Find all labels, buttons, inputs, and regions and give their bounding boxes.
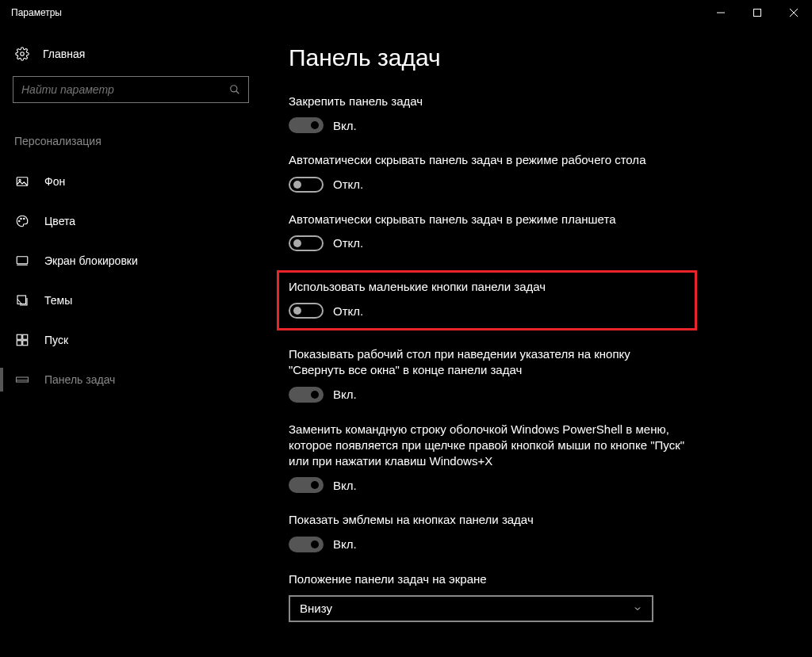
titlebar: Параметры <box>0 0 812 25</box>
search-icon <box>229 84 240 95</box>
toggle-row: Откл. <box>289 303 685 319</box>
sidebar-item-lockscreen[interactable]: Экран блокировки <box>13 241 249 281</box>
setting-label: Автоматически скрывать панель задач в ре… <box>289 152 685 168</box>
svg-point-11 <box>24 218 25 220</box>
toggle-state-label: Вкл. <box>333 479 357 492</box>
setting-taskbar-position: Положение панели задач на экране Внизу <box>289 571 685 622</box>
toggle-state-label: Откл. <box>333 178 363 191</box>
toggle-switch[interactable] <box>289 235 324 251</box>
sidebar-item-label: Пуск <box>44 334 68 346</box>
setting-label: Закрепить панель задач <box>289 94 685 109</box>
minimize-button[interactable] <box>703 0 739 25</box>
lockscreen-icon <box>14 253 30 269</box>
toggle-state-label: Вкл. <box>333 119 357 132</box>
toggle-state-label: Вкл. <box>333 537 357 551</box>
svg-point-4 <box>21 52 25 56</box>
svg-point-10 <box>21 218 22 220</box>
toggle-row: Вкл. <box>289 477 685 493</box>
sidebar-item-taskbar[interactable]: Панель задач <box>13 360 249 399</box>
setting-item: Автоматически скрывать панель задач в ре… <box>289 152 685 192</box>
setting-label: Показать эмблемы на кнопках панели задач <box>289 512 685 528</box>
chevron-down-icon <box>633 604 642 613</box>
svg-rect-12 <box>17 257 28 264</box>
toggle-row: Вкл. <box>289 387 685 403</box>
setting-item: Использовать маленькие кнопки панели зад… <box>289 279 685 319</box>
toggle-row: Откл. <box>289 177 685 193</box>
minimize-icon <box>717 9 725 17</box>
sidebar-item-label: Темы <box>44 294 72 307</box>
svg-rect-18 <box>23 341 28 346</box>
caption-buttons <box>703 0 812 25</box>
setting-label: Положение панели задач на экране <box>289 571 685 587</box>
sidebar-item-background[interactable]: Фон <box>13 162 249 201</box>
setting-item: Автоматически скрывать панель задач в ре… <box>289 212 685 251</box>
page-title: Панель задач <box>289 44 701 71</box>
picture-icon <box>14 174 30 189</box>
svg-rect-1 <box>754 10 761 17</box>
sidebar-item-themes[interactable]: Темы <box>13 281 249 320</box>
window-title: Параметры <box>11 7 62 18</box>
category-label: Персонализация <box>13 135 249 147</box>
toggle-row: Откл. <box>289 235 685 251</box>
sidebar: Главная Персонализация Фон Цвета Экр <box>0 25 262 657</box>
main-content: Панель задач Закрепить панель задачВкл.А… <box>262 25 812 657</box>
themes-icon <box>14 292 30 308</box>
toggle-state-label: Откл. <box>333 304 363 318</box>
sidebar-item-start[interactable]: Пуск <box>13 320 249 360</box>
toggle-row: Вкл. <box>289 117 685 133</box>
setting-label: Заменить командную строку оболочкой Wind… <box>289 422 685 470</box>
close-icon <box>790 9 798 17</box>
toggle-row: Вкл. <box>289 537 685 552</box>
home-nav[interactable]: Главная <box>13 40 249 76</box>
dropdown-value: Внизу <box>300 602 332 615</box>
setting-item: Показать эмблемы на кнопках панели задач… <box>289 512 685 552</box>
svg-point-5 <box>231 86 237 92</box>
toggle-switch[interactable] <box>289 537 324 552</box>
search-input[interactable] <box>21 83 229 96</box>
setting-label: Автоматически скрывать панель задач в ре… <box>289 212 685 227</box>
setting-item: Заменить командную строку оболочкой Wind… <box>289 422 685 494</box>
setting-label: Показывать рабочий стол при наведении ук… <box>289 346 685 379</box>
position-dropdown[interactable]: Внизу <box>289 595 653 622</box>
svg-rect-14 <box>17 296 26 304</box>
home-label: Главная <box>43 48 85 60</box>
close-button[interactable] <box>776 0 812 25</box>
toggle-switch[interactable] <box>289 477 324 493</box>
toggle-state-label: Вкл. <box>333 388 357 401</box>
palette-icon <box>14 213 30 229</box>
sidebar-item-label: Цвета <box>44 215 75 227</box>
svg-point-9 <box>19 220 21 222</box>
start-icon <box>14 332 30 348</box>
setting-label: Использовать маленькие кнопки панели зад… <box>289 279 685 295</box>
toggle-state-label: Откл. <box>333 236 363 250</box>
maximize-button[interactable] <box>739 0 776 25</box>
taskbar-icon <box>14 372 30 388</box>
setting-item: Закрепить панель задачВкл. <box>289 94 685 133</box>
svg-rect-15 <box>17 334 21 339</box>
sidebar-item-label: Экран блокировки <box>44 254 138 267</box>
sidebar-item-colors[interactable]: Цвета <box>13 201 249 241</box>
svg-line-6 <box>236 91 239 94</box>
highlighted-setting: Использовать маленькие кнопки панели зад… <box>277 270 697 330</box>
svg-rect-16 <box>23 334 28 339</box>
gear-icon <box>14 46 30 62</box>
toggle-switch[interactable] <box>289 387 324 403</box>
toggle-switch[interactable] <box>289 117 324 133</box>
maximize-icon <box>753 9 761 17</box>
toggle-switch[interactable] <box>289 177 324 193</box>
svg-rect-19 <box>17 377 29 382</box>
search-box[interactable] <box>13 76 249 103</box>
sidebar-item-label: Фон <box>44 175 65 188</box>
toggle-switch[interactable] <box>289 303 324 319</box>
sidebar-item-label: Панель задач <box>44 373 115 386</box>
setting-item: Показывать рабочий стол при наведении ук… <box>289 346 685 403</box>
svg-rect-17 <box>17 341 21 346</box>
